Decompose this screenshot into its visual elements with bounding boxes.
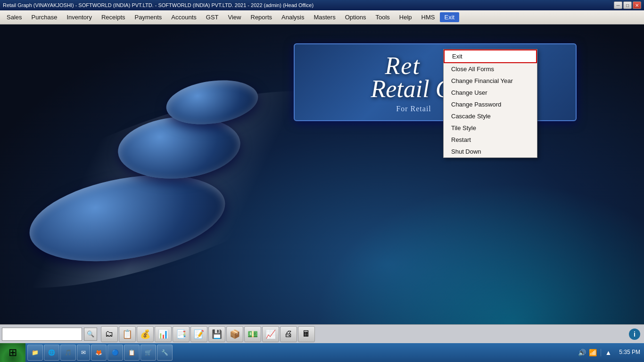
- taskbar-app-app8[interactable]: 🛒: [140, 345, 156, 361]
- taskbar-app-browser[interactable]: 🌐: [44, 345, 59, 361]
- dropdown-item-shut-down[interactable]: Shut Down: [444, 146, 537, 157]
- volume-icon[interactable]: 🔊: [578, 349, 586, 356]
- dropdown-item-change-financial-year[interactable]: Change Financial Year: [444, 75, 537, 87]
- quick-launch-icon6[interactable]: 📝: [190, 326, 207, 342]
- taskbar-app-mail[interactable]: ✉: [77, 345, 90, 361]
- menu-item-gst[interactable]: GST: [201, 12, 223, 22]
- arrow-up-icon[interactable]: ▲: [605, 349, 611, 356]
- title-bar: Retail Graph (VINAYAKJOSHI) - SOFTWORLD …: [0, 0, 644, 10]
- dropdown-item-restart[interactable]: Restart: [444, 134, 537, 146]
- dropdown-item-exit[interactable]: Exit: [444, 49, 537, 63]
- dropdown-item-change-user[interactable]: Change User: [444, 87, 537, 99]
- search-button[interactable]: 🔍: [84, 328, 97, 341]
- quick-launch-icon5[interactable]: 📑: [173, 326, 190, 342]
- quick-launch-icon1[interactable]: 🗂: [101, 326, 118, 342]
- maximize-button[interactable]: □: [623, 1, 632, 9]
- taskbar-app-mozilla[interactable]: 🦊: [91, 345, 107, 361]
- quick-launch-icon4[interactable]: 📊: [155, 326, 172, 342]
- notification-area: i: [625, 329, 644, 340]
- tray-icons: 🔊 📶: [578, 349, 597, 356]
- dropdown-item-change-password[interactable]: Change Password: [444, 99, 537, 110]
- taskbar-app-app6[interactable]: 🔵: [107, 345, 123, 361]
- quick-launch-icon7[interactable]: 💾: [208, 326, 225, 342]
- search-input[interactable]: [2, 328, 82, 341]
- taskbar-app-app7[interactable]: 📋: [124, 345, 140, 361]
- dropdown-item-close-all-forms[interactable]: Close All Forms: [444, 63, 537, 75]
- menu-item-help[interactable]: Help: [395, 12, 417, 22]
- menu-item-exit[interactable]: Exit: [440, 12, 460, 22]
- dropdown-item-tile-style[interactable]: Tile Style: [444, 122, 537, 134]
- menu-item-purchase[interactable]: Purchase: [27, 12, 62, 22]
- taskbar-app-list: 📁🌐🎵✉🦊🔵📋🛒🔧: [25, 344, 574, 362]
- menu-item-reports[interactable]: Reports: [246, 12, 277, 22]
- menu-item-sales[interactable]: Sales: [2, 12, 27, 22]
- minimize-button[interactable]: ─: [614, 1, 622, 9]
- quick-launch-icon11[interactable]: 🖨: [280, 326, 297, 342]
- taskbar-app-app9[interactable]: 🔧: [157, 345, 173, 361]
- taskbar-app-explorer[interactable]: 📁: [27, 345, 43, 361]
- quick-launch-icon12[interactable]: 🖩: [298, 326, 315, 342]
- quick-launch-icons: 🗂📋💰📊📑📝💾📦💵📈🖨🖩: [99, 325, 625, 343]
- close-button[interactable]: ✕: [633, 1, 641, 9]
- system-clock: 5:35 PM: [619, 349, 640, 356]
- search-area: 🔍: [0, 326, 99, 343]
- menu-item-analysis[interactable]: Analysis: [277, 12, 309, 22]
- menu-item-payments[interactable]: Payments: [130, 12, 167, 22]
- notification-icons: ▲: [601, 349, 615, 356]
- menu-item-masters[interactable]: Masters: [309, 12, 340, 22]
- menu-item-hms[interactable]: HMS: [417, 12, 440, 22]
- main-content: Retail Gr Retail Graph For Retail l Chai…: [0, 25, 644, 324]
- window-controls: ─ □ ✕: [614, 1, 641, 9]
- exit-dropdown: ExitClose All FormsChange Financial Year…: [443, 49, 537, 158]
- menu-item-tools[interactable]: Tools: [371, 12, 395, 22]
- quick-launch-icon10[interactable]: 📈: [262, 326, 279, 342]
- menu-item-accounts[interactable]: Accounts: [166, 12, 201, 22]
- taskbar-app-media[interactable]: 🎵: [60, 345, 76, 361]
- menu-bar: SalesPurchaseInventoryReceiptsPaymentsAc…: [0, 10, 644, 25]
- menu-item-inventory[interactable]: Inventory: [62, 12, 96, 22]
- menu-item-view[interactable]: View: [223, 12, 246, 22]
- quick-launch-icon9[interactable]: 💵: [244, 326, 261, 342]
- quick-launch-icon2[interactable]: 📋: [119, 326, 136, 342]
- title-text: Retail Graph (VINAYAKJOSHI) - SOFTWORLD …: [3, 2, 314, 8]
- menu-item-receipts[interactable]: Receipts: [97, 12, 130, 22]
- start-button[interactable]: ⊞: [0, 343, 25, 362]
- quick-launch-icon8[interactable]: 📦: [226, 326, 243, 342]
- system-tray: 🔊 📶 ▲ 5:35 PM: [574, 349, 644, 356]
- quick-launch-icon3[interactable]: 💰: [137, 326, 154, 342]
- dropdown-item-cascade-style[interactable]: Cascade Style: [444, 110, 537, 122]
- network-icon[interactable]: 📶: [589, 349, 597, 356]
- menu-item-options[interactable]: Options: [340, 12, 371, 22]
- info-button[interactable]: i: [629, 329, 640, 340]
- quick-launch-bar: 🔍 🗂📋💰📊📑📝💾📦💵📈🖨🖩 i: [0, 324, 644, 343]
- windows-taskbar: ⊞ 📁🌐🎵✉🦊🔵📋🛒🔧 🔊 📶 ▲ 5:35 PM: [0, 343, 644, 362]
